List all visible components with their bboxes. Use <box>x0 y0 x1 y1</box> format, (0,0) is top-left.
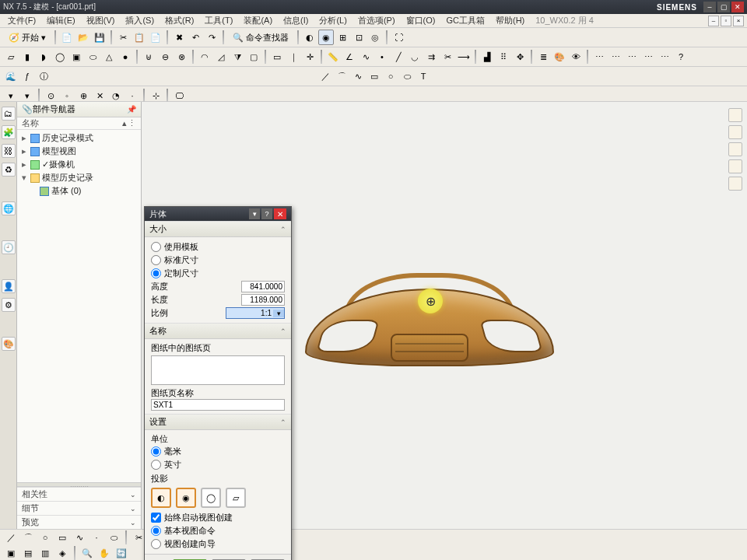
r-tool1[interactable] <box>728 108 742 122</box>
sketch-circle-button[interactable]: ○ <box>37 530 53 545</box>
block-button[interactable]: ▣ <box>68 49 84 65</box>
dialog-help-button[interactable]: ? <box>261 208 272 219</box>
sketch-ellipse-button[interactable]: ⬭ <box>106 530 121 545</box>
paste-button[interactable]: 📄 <box>148 30 163 45</box>
tree-cameras[interactable]: ▸✓摄像机 <box>20 158 138 171</box>
unite-button[interactable]: ⊎ <box>141 49 156 65</box>
mdi-minimize-button[interactable]: – <box>708 16 719 26</box>
fit-button[interactable]: ⛶ <box>391 30 406 45</box>
radio-custom[interactable] <box>151 268 161 278</box>
datum-csys-button[interactable]: ✛ <box>302 49 317 65</box>
curve-rect-button[interactable]: ▭ <box>366 68 382 84</box>
wave-button[interactable]: 🌊 <box>3 68 19 84</box>
delete-button[interactable]: ✖ <box>171 30 187 45</box>
curve-ellipse-button[interactable]: ⬭ <box>399 68 415 84</box>
snap-intersect-button[interactable]: ✕ <box>92 88 107 103</box>
arc-button[interactable]: ◡ <box>407 49 423 65</box>
pan-button[interactable]: ✋ <box>96 545 112 560</box>
rotate-button[interactable]: 🔄 <box>114 545 129 560</box>
shell-button[interactable]: ▢ <box>246 49 261 65</box>
section-settings[interactable]: 设置⌃ <box>145 414 291 430</box>
line-button[interactable]: ╱ <box>391 49 406 65</box>
hole-button[interactable]: ◯ <box>52 49 68 65</box>
mdi-restore-button[interactable]: ▫ <box>721 16 731 26</box>
view-front-button[interactable]: ▣ <box>3 545 19 560</box>
color-button[interactable]: 🎨 <box>552 49 567 65</box>
length-input[interactable] <box>241 294 285 306</box>
more4-button[interactable]: ⋯ <box>640 49 656 65</box>
radio-base-view[interactable] <box>151 526 161 536</box>
more3-button[interactable]: ⋯ <box>624 49 640 65</box>
section-name[interactable]: 名称⌃ <box>145 323 291 339</box>
subtract-button[interactable]: ⊖ <box>157 49 173 65</box>
layer-button[interactable]: ≣ <box>535 49 551 65</box>
scale-input[interactable] <box>226 308 273 318</box>
datum-plane-button[interactable]: ▭ <box>269 49 285 65</box>
cylinder-button[interactable]: ⬭ <box>85 49 100 65</box>
check-autostart[interactable] <box>151 513 161 523</box>
curve-circle-button[interactable]: ○ <box>383 68 398 84</box>
curve-text-button[interactable]: T <box>416 68 431 84</box>
expr-button[interactable]: ƒ <box>19 68 35 84</box>
menu-assembly[interactable]: 装配(A) <box>239 13 277 28</box>
extrude-button[interactable]: ▮ <box>19 49 35 65</box>
projection-first-angle[interactable]: ◐ <box>151 488 171 508</box>
more2-button[interactable]: ⋯ <box>608 49 623 65</box>
tree-history-mode[interactable]: ▸历史记录模式 <box>20 131 138 145</box>
open-button[interactable]: 📂 <box>75 30 91 45</box>
shaded-button[interactable]: ◉ <box>318 30 334 45</box>
sketch-line-button[interactable]: ／ <box>3 530 19 545</box>
r-tool4[interactable] <box>728 159 742 173</box>
radio-mm[interactable] <box>151 446 161 457</box>
view-iso-button[interactable]: ◈ <box>54 545 70 560</box>
more1-button[interactable]: ⋯ <box>591 49 607 65</box>
menu-view[interactable]: 视图(V) <box>82 13 120 28</box>
nav-palette-icon[interactable]: 🎨 <box>2 337 16 351</box>
nav-internet-icon[interactable]: 🌐 <box>2 201 16 215</box>
tree-model-history[interactable]: ▾模型历史记录 <box>20 171 138 184</box>
measure-angle-button[interactable]: ∠ <box>342 49 357 65</box>
projection-third-angle[interactable]: ◉ <box>176 488 196 508</box>
height-input[interactable] <box>241 281 285 292</box>
mirror-button[interactable]: ▟ <box>479 49 495 65</box>
curve-arc-button[interactable]: ⌒ <box>334 68 349 84</box>
menu-analysis[interactable]: 分析(L) <box>314 13 351 28</box>
copy-button[interactable]: 📋 <box>132 30 147 45</box>
point-button[interactable]: • <box>374 49 390 65</box>
draft-button[interactable]: ⧩ <box>230 49 245 65</box>
mdi-close-button[interactable]: × <box>733 16 744 26</box>
section-size[interactable]: 大小⌃ <box>145 221 291 237</box>
drop-dependency[interactable]: 相关性⌄ <box>17 487 141 501</box>
show-hide-button[interactable]: 👁 <box>568 49 584 65</box>
menu-edit[interactable]: 编辑(E) <box>42 13 80 28</box>
revolve-button[interactable]: ◗ <box>36 49 51 65</box>
col-name[interactable]: 名称 <box>22 117 122 129</box>
menu-info[interactable]: 信息(I) <box>279 13 313 28</box>
close-button[interactable]: ✕ <box>731 2 744 12</box>
undo-button[interactable]: ↶ <box>188 30 203 45</box>
see-through-button[interactable]: ◎ <box>367 30 383 45</box>
minimize-button[interactable]: – <box>703 2 716 12</box>
tree-model-views[interactable]: ▸模型视图 <box>20 145 138 158</box>
nav-roles-icon[interactable]: 👤 <box>2 279 16 293</box>
sketch-button[interactable]: ▱ <box>3 49 19 65</box>
wcs-button[interactable]: ⊹ <box>148 88 163 103</box>
view-right-button[interactable]: ▥ <box>37 545 53 560</box>
new-button[interactable]: 📄 <box>59 30 75 45</box>
nav-history-icon[interactable]: 🕘 <box>2 240 16 254</box>
projection-alt2[interactable]: ▱ <box>226 488 246 508</box>
zoom-button[interactable]: 🔍 <box>79 545 95 560</box>
help-tool-button[interactable]: ? <box>673 49 689 65</box>
sphere-button[interactable]: ● <box>117 49 133 65</box>
dialog-collapse-button[interactable]: ▾ <box>249 208 260 219</box>
command-finder-button[interactable]: 🔍命令查找器 <box>227 30 294 45</box>
dialog-titlebar[interactable]: 片体 ▾ ? ✕ <box>145 207 291 221</box>
menu-prefs[interactable]: 首选项(P) <box>353 13 400 28</box>
projection-alt1[interactable]: ◯ <box>201 488 221 508</box>
snap-quadrant-button[interactable]: ◔ <box>108 88 124 103</box>
menu-window[interactable]: 窗口(O) <box>402 13 440 28</box>
pattern-button[interactable]: ⠿ <box>496 49 511 65</box>
r-tool5[interactable] <box>728 177 742 191</box>
snap-end-button[interactable]: ⊙ <box>43 88 58 103</box>
nav-parts-icon[interactable]: 🗂 <box>2 107 16 121</box>
